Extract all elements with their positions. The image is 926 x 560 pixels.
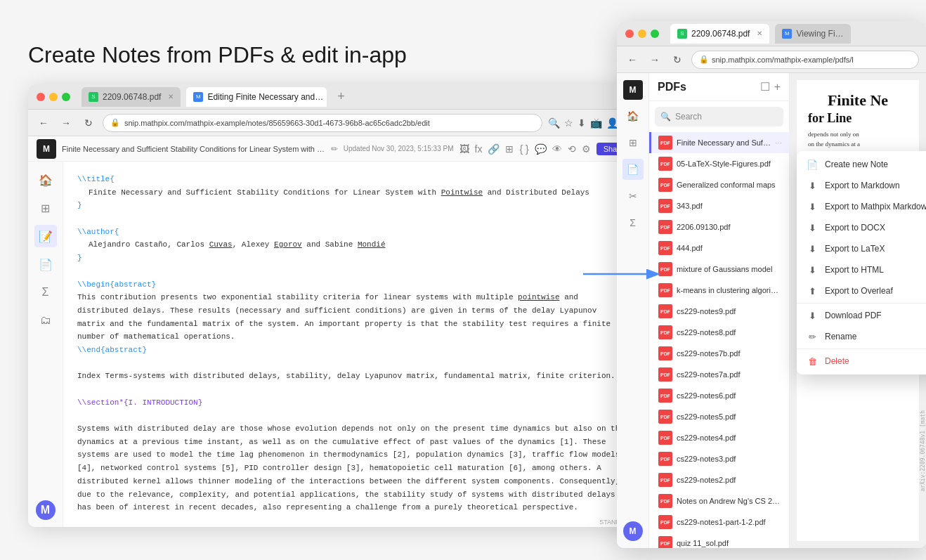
pdf-panel-add-icon[interactable]: + — [774, 81, 781, 93]
right-tab-2[interactable]: M Viewing Fi… — [775, 24, 850, 44]
list-item[interactable]: PDF Finite Necessary and Suf… ··· — [649, 132, 789, 153]
ctx-export-overleaf[interactable]: ⬆ Export to Overleaf — [797, 280, 926, 301]
ctx-export-html[interactable]: ⬇ Export to HTML — [797, 259, 926, 280]
image-icon[interactable]: 🖼 — [459, 143, 469, 155]
list-item[interactable]: PDF 343.pdf — [649, 195, 789, 216]
list-item[interactable]: PDF cs229-notes3.pdf — [649, 448, 789, 469]
formula-icon[interactable]: fx — [475, 143, 483, 155]
comment-icon[interactable]: 💬 — [535, 143, 547, 155]
list-item[interactable]: PDF cs229-notes7b.pdf — [649, 343, 789, 364]
right-home-icon[interactable]: 🏠 — [622, 105, 644, 126]
pdf-file-icon: PDF — [658, 452, 672, 466]
sidebar-home-icon[interactable]: 🏠 — [34, 169, 57, 191]
list-item[interactable]: PDF mixture of Gaussians model — [649, 259, 789, 280]
list-item[interactable]: PDF cs229-notes7a.pdf — [649, 364, 789, 385]
delete-icon: 🗑 — [807, 356, 818, 367]
list-item[interactable]: PDF cs229-notes2.pdf — [649, 469, 789, 490]
right-tab1-close[interactable]: ✕ — [757, 30, 762, 37]
new-tab-button[interactable]: + — [332, 89, 349, 105]
ctx-rename[interactable]: ✏ Rename — [797, 326, 926, 347]
ctx-export-markdown[interactable]: ⬇ Export to Markdown — [797, 175, 926, 196]
sidebar-grid-icon[interactable]: ⊞ — [34, 197, 57, 219]
right-close-button[interactable] — [625, 30, 634, 38]
list-item[interactable]: PDF 05-LaTeX-Style-Figures.pdf — [649, 153, 789, 174]
download-icon[interactable]: ⬇ — [578, 117, 586, 129]
list-item[interactable]: PDF Notes on Andrew Ng's CS 22… — [649, 490, 789, 512]
ctx-divider-1 — [797, 303, 926, 304]
right-minimize-button[interactable] — [638, 30, 646, 38]
export-docx-icon: ⬇ — [807, 222, 818, 233]
edit-icon[interactable]: ✏ — [331, 144, 338, 154]
right-tab-1[interactable]: S 2209.06748.pdf ✕ — [670, 24, 769, 44]
ctx-export-docx[interactable]: ⬇ Export to DOCX — [797, 217, 926, 238]
star-icon[interactable]: ☆ — [564, 117, 573, 129]
tab-pdf[interactable]: S 2209.06748.pdf ✕ — [81, 87, 181, 107]
ctx-export-mathpix[interactable]: ⬇ Export to Mathpix Markdown — [797, 196, 926, 217]
ctx-export-latex[interactable]: ⬇ Export to LaTeX — [797, 238, 926, 259]
right-forward-button[interactable]: → — [646, 51, 663, 68]
list-item[interactable]: PDF quiz 11_sol.pdf — [649, 533, 789, 548]
ctx-delete[interactable]: 🗑 Delete — [797, 351, 926, 372]
right-url-text: snip.mathpix.com/mathpix-example/pdfs/l — [712, 56, 854, 64]
search-icon: 🔍 — [660, 112, 671, 122]
list-item[interactable]: PDF cs229-notes5.pdf — [649, 406, 789, 427]
tab-favicon-editor: M — [193, 92, 203, 102]
minimize-button[interactable] — [49, 93, 58, 101]
pdf-item-more[interactable]: ··· — [775, 138, 782, 148]
code-line-section: \\section*{I. INTRODUCTION} — [77, 396, 625, 410]
forward-button[interactable]: → — [58, 115, 74, 131]
list-item[interactable]: PDF cs229-notes1-part-1-2.pdf — [649, 512, 789, 533]
list-item[interactable]: PDF 444.pdf — [649, 237, 789, 259]
pdf-file-icon: PDF — [658, 389, 672, 403]
pdf-file-icon: PDF — [658, 410, 672, 424]
pdf-item-name: cs229-notes8.pdf — [677, 328, 782, 337]
right-address-bar[interactable]: 🔒 snip.mathpix.com/mathpix-example/pdfs/… — [691, 51, 919, 69]
close-button[interactable] — [37, 93, 45, 101]
right-back-button[interactable]: ← — [624, 51, 641, 68]
right-maximize-button[interactable] — [651, 30, 659, 38]
pdf-search[interactable]: 🔍 Search — [655, 107, 783, 126]
list-item[interactable]: PDF cs229-notes4.pdf — [649, 427, 789, 448]
right-sigma-icon[interactable]: Σ — [622, 212, 644, 233]
code-editor[interactable]: \\title{ Finite Necessary and Sufficient… — [63, 162, 639, 527]
zoom-icon[interactable]: 🔍 — [548, 117, 560, 129]
pdf-file-icon: PDF — [658, 157, 672, 171]
ctx-download-pdf[interactable]: ⬇ Download PDF — [797, 305, 926, 326]
address-bar[interactable]: 🔒 snip.mathpix.com/mathpix-example/notes… — [103, 114, 542, 132]
back-button[interactable]: ← — [35, 115, 52, 131]
right-pdf-icon[interactable]: 📄 — [622, 159, 644, 180]
list-item[interactable]: PDF k-means in clustering algori… — [649, 280, 789, 301]
eye-icon[interactable]: 👁 — [552, 143, 562, 155]
tab-close-pdf[interactable]: ✕ — [168, 93, 174, 100]
history-icon[interactable]: ⟲ — [568, 143, 576, 155]
sidebar-edit-icon[interactable]: 📝 — [34, 225, 57, 247]
list-item[interactable]: PDF 2206.09130.pdf — [649, 216, 789, 237]
create-note-icon: 📄 — [807, 159, 818, 170]
list-item[interactable]: PDF cs229-notes9.pdf — [649, 301, 789, 322]
code-icon[interactable]: { } — [519, 143, 528, 155]
list-item[interactable]: PDF cs229-notes6.pdf — [649, 385, 789, 406]
link-icon[interactable]: 🔗 — [488, 143, 500, 155]
sidebar-sigma-icon[interactable]: Σ — [34, 281, 57, 304]
reload-button[interactable]: ↻ — [80, 115, 97, 131]
cast-icon[interactable]: 📺 — [590, 117, 602, 129]
settings-icon[interactable]: ⚙ — [582, 143, 591, 155]
sidebar-pdf-icon[interactable]: 📄 — [34, 253, 57, 275]
right-reload-button[interactable]: ↻ — [669, 51, 686, 68]
tab-editor[interactable]: M Editing Finite Necessary and… ✕ — [186, 87, 327, 107]
maximize-button[interactable] — [62, 93, 70, 101]
code-line-author-text: Alejandro Castaño, Carlos Cuvas, Alexey … — [77, 238, 625, 252]
list-item[interactable]: PDF Generalized conformal maps — [649, 174, 789, 195]
right-grid-icon[interactable]: ⊞ — [622, 132, 644, 153]
table-icon[interactable]: ⊞ — [505, 143, 514, 155]
list-item[interactable]: PDF cs229-notes8.pdf — [649, 322, 789, 343]
updated-badge: Updated Nov 30, 2023, 5:15:33 PM — [344, 145, 454, 152]
right-titlebar: S 2209.06748.pdf ✕ M Viewing Fi… — [617, 21, 926, 46]
sidebar-avatar[interactable]: M — [36, 500, 56, 520]
url-text: snip.mathpix.com/mathpix-example/notes/8… — [124, 119, 430, 127]
right-avatar[interactable]: M — [623, 521, 643, 541]
sidebar-file-icon[interactable]: 🗂 — [34, 309, 57, 332]
right-cut-icon[interactable]: ✂ — [622, 185, 644, 207]
ctx-create-note[interactable]: 📄 Create new Note — [797, 154, 926, 175]
pdf-panel-checkbox-icon[interactable]: ☐ — [760, 80, 770, 93]
